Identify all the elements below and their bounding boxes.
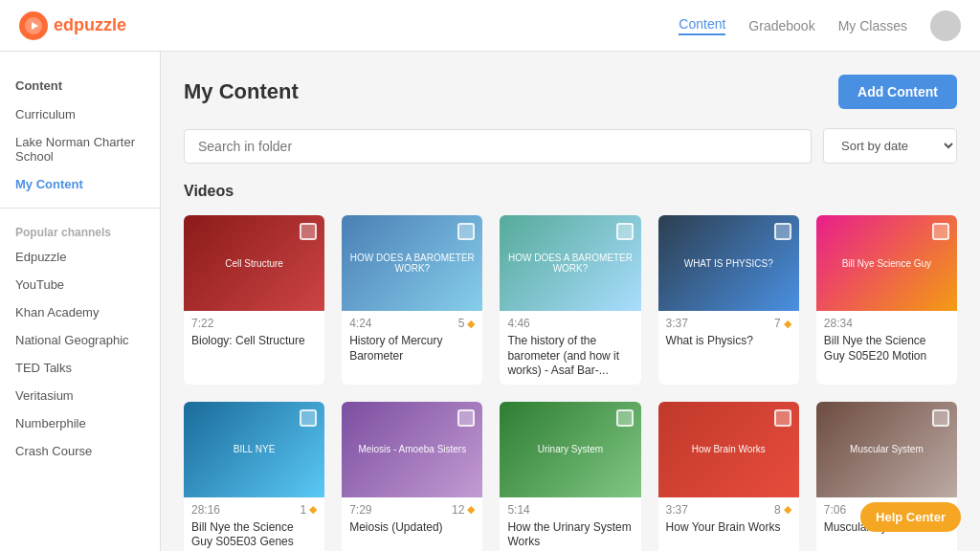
video-title: Bill Nye the Science Guy S05E20 Motion <box>824 334 949 364</box>
video-grid: Cell Structure 7:22 Biology: Cell Struct… <box>184 215 957 551</box>
video-info: 3:37 8◆ How Your Brain Works <box>658 497 799 541</box>
video-info: 5:14 How the Urinary System Works <box>500 497 640 551</box>
sidebar-divider <box>0 208 160 209</box>
video-meta-row: 7:29 12◆ <box>349 503 475 517</box>
video-duration: 5:14 <box>507 503 529 517</box>
video-info: 7:29 12◆ Meiosis (Updated) <box>342 497 482 541</box>
video-card[interactable]: HOW DOES A BAROMETER WORK? 4:24 5◆ Histo… <box>342 215 482 385</box>
video-checkbox[interactable] <box>932 409 949 427</box>
video-badge: 5◆ <box>458 317 476 330</box>
help-center-button[interactable]: Help Center <box>860 502 961 532</box>
video-meta-row: 4:24 5◆ <box>349 317 475 330</box>
app-logo: edpuzzle <box>19 11 126 40</box>
video-duration: 4:46 <box>507 317 529 330</box>
video-checkbox[interactable] <box>616 409 634 427</box>
badge-count: 8 <box>774 503 781 517</box>
sidebar-item-edpuzzle[interactable]: Edpuzzle <box>0 243 160 271</box>
sidebar: Content Curriculum Lake Norman Charter S… <box>0 52 161 551</box>
video-thumbnail: HOW DOES A BAROMETER WORK? <box>342 215 482 311</box>
video-thumbnail: Muscular System <box>816 402 957 497</box>
search-row: Sort by date <box>184 128 957 164</box>
video-meta-row: 3:37 8◆ <box>666 503 791 517</box>
video-title: How the Urinary System Works <box>507 520 633 550</box>
video-checkbox[interactable] <box>932 223 949 240</box>
search-input[interactable] <box>184 129 812 164</box>
video-checkbox[interactable] <box>774 223 791 240</box>
sidebar-item-crash-course[interactable]: Crash Course <box>0 437 160 465</box>
page-title: My Content <box>184 79 299 104</box>
main-content: My Content Add Content Sort by date Vide… <box>161 52 980 551</box>
video-meta-row: 5:14 <box>507 503 633 517</box>
video-thumbnail: How Brain Works <box>658 402 799 497</box>
sidebar-item-numberphile[interactable]: Numberphile <box>0 409 160 437</box>
video-title: History of Mercury Barometer <box>349 334 475 364</box>
diamond-icon: ◆ <box>467 503 475 516</box>
nav-content[interactable]: Content <box>679 16 725 35</box>
video-checkbox[interactable] <box>616 223 634 240</box>
video-info: 3:37 7◆ What is Physics? <box>658 311 799 355</box>
video-title: Biology: Cell Structure <box>191 334 317 349</box>
video-thumbnail: WHAT IS PHYSICS? <box>658 215 799 311</box>
video-badge: 1◆ <box>301 503 318 517</box>
add-content-button[interactable]: Add Content <box>838 75 957 109</box>
video-checkbox[interactable] <box>300 409 317 427</box>
nav-gradebook[interactable]: Gradebook <box>748 18 814 33</box>
video-duration: 3:37 <box>666 317 688 330</box>
video-checkbox[interactable] <box>457 223 475 240</box>
video-title: Bill Nye the Science Guy S05E03 Genes <box>191 520 317 550</box>
sidebar-item-national-geographic[interactable]: National Geographic <box>0 326 160 354</box>
main-header: My Content Add Content <box>184 75 957 109</box>
logo-text: edpuzzle <box>54 15 126 35</box>
sidebar-item-veritasium[interactable]: Veritasium <box>0 382 160 409</box>
video-thumbnail: Meiosis - Amoeba Sisters <box>342 402 482 497</box>
video-title: How Your Brain Works <box>666 520 791 536</box>
video-card[interactable]: Bill Nye Science Guy 28:34 Bill Nye the … <box>816 215 957 385</box>
video-thumbnail: Bill Nye Science Guy <box>816 215 957 311</box>
diamond-icon: ◆ <box>784 318 791 330</box>
video-info: 4:24 5◆ History of Mercury Barometer <box>342 311 482 369</box>
badge-count: 12 <box>452 503 464 517</box>
badge-count: 7 <box>774 317 781 330</box>
video-badge: 12◆ <box>452 503 475 517</box>
sidebar-item-ted-talks[interactable]: TED Talks <box>0 354 160 382</box>
video-duration: 28:34 <box>824 317 853 330</box>
video-info: 28:16 1◆ Bill Nye the Science Guy S05E03… <box>184 497 324 551</box>
sidebar-item-khan-academy[interactable]: Khan Academy <box>0 298 160 326</box>
video-info: 4:46 The history of the barometer (and h… <box>500 311 640 385</box>
sidebar-item-my-content[interactable]: My Content <box>0 170 160 198</box>
user-avatar[interactable] <box>930 11 961 41</box>
diamond-icon: ◆ <box>784 503 791 516</box>
sidebar-item-youtube[interactable]: YouTube <box>0 271 160 298</box>
video-checkbox[interactable] <box>300 223 317 240</box>
diamond-icon: ◆ <box>467 318 475 330</box>
videos-section-title: Videos <box>184 183 957 200</box>
video-info: 28:34 Bill Nye the Science Guy S05E20 Mo… <box>816 311 957 369</box>
sidebar-popular-channels-heading: Popular channels <box>0 218 160 243</box>
video-info: 7:22 Biology: Cell Structure <box>184 311 324 355</box>
sidebar-content-heading: Content <box>0 71 160 100</box>
diamond-icon: ◆ <box>309 503 317 516</box>
nav-my-classes[interactable]: My Classes <box>838 18 907 33</box>
video-card[interactable]: BILL NYE 28:16 1◆ Bill Nye the Science G… <box>184 402 324 551</box>
video-meta-row: 28:16 1◆ <box>191 503 317 517</box>
video-checkbox[interactable] <box>457 409 475 427</box>
video-title: The history of the barometer (and how it… <box>507 334 633 379</box>
video-duration: 7:06 <box>824 503 846 517</box>
badge-count: 5 <box>458 317 465 330</box>
video-card[interactable]: WHAT IS PHYSICS? 3:37 7◆ What is Physics… <box>658 215 799 385</box>
video-card[interactable]: How Brain Works 3:37 8◆ How Your Brain W… <box>658 402 799 551</box>
video-card[interactable]: Urinary System 5:14 How the Urinary Syst… <box>500 402 640 551</box>
video-card[interactable]: Cell Structure 7:22 Biology: Cell Struct… <box>184 215 324 385</box>
video-thumbnail: BILL NYE <box>184 402 324 497</box>
video-duration: 7:29 <box>349 503 371 517</box>
video-meta-row: 28:34 <box>824 317 949 330</box>
sidebar-item-school[interactable]: Lake Norman Charter School <box>0 128 160 170</box>
video-card[interactable]: HOW DOES A BAROMETER WORK? 4:46 The hist… <box>500 215 640 385</box>
video-card[interactable]: Meiosis - Amoeba Sisters 7:29 12◆ Meiosi… <box>342 402 482 551</box>
sort-select[interactable]: Sort by date <box>823 128 957 164</box>
video-checkbox[interactable] <box>774 409 791 427</box>
video-meta-row: 3:37 7◆ <box>666 317 791 330</box>
video-duration: 3:37 <box>666 503 688 517</box>
sidebar-item-curriculum[interactable]: Curriculum <box>0 100 160 128</box>
video-badge: 8◆ <box>774 503 791 517</box>
